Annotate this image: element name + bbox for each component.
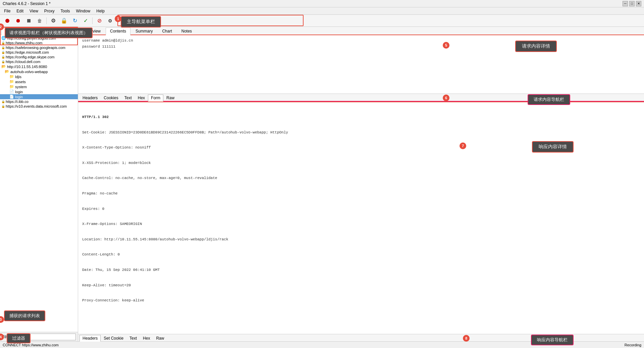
tree-item-label: autohub-volvo-webapp — [10, 70, 48, 74]
list-item-selected[interactable]: 📄 login — [0, 94, 78, 99]
tree-item-label: system — [15, 85, 27, 89]
toolbar-ban-btn[interactable]: ⊘ — [95, 16, 104, 25]
menu-bar: File Edit View Proxy Tools Window Help — [0, 7, 644, 15]
response-header-expires: Expires: 0 — [82, 206, 640, 212]
response-header-pragma: Pragma: no-cache — [82, 191, 640, 197]
lock-icon: 🔒 — [1, 46, 5, 49]
response-header-xxss: X-XSS-Protection: 1; mode=block — [82, 160, 640, 166]
toolbar-start-btn[interactable] — [3, 16, 12, 25]
tab-resp-setcookie[interactable]: Set Cookie — [101, 335, 126, 341]
menu-tools[interactable]: Tools — [58, 8, 73, 14]
main-content: Structure Sequence 2 请求视图导航栏（树状视图和列表视图） … — [0, 27, 644, 341]
window-title: Charles 4.6.2 - Session 1 * — [3, 1, 51, 6]
file-icon: 📄 — [9, 90, 14, 94]
title-bar: Charles 4.6.2 - Session 1 * ─ □ ✕ — [0, 0, 644, 7]
annotation-6-badge: 6 — [443, 95, 449, 101]
list-item[interactable]: 📄 login — [0, 89, 78, 94]
tree-item-label: https://config.edge.skype.com — [6, 55, 55, 59]
list-item[interactable]: 🔒 https://www.zhihu.com — [0, 41, 78, 45]
annotation-1-badge: 1 — [115, 15, 121, 22]
tab-resp-raw[interactable]: Raw — [153, 335, 167, 341]
folder-closed-icon: 📁 — [9, 74, 14, 79]
tab-resp-hex[interactable]: Hex — [140, 335, 153, 341]
toolbar-refresh-btn[interactable]: ↻ — [70, 16, 79, 25]
response-content: HTTP/1.1 302 Set-Cookie: JSESSIONID=23D0… — [78, 102, 644, 334]
response-header-location: Location: http://10.11.55.145:8080/autoh… — [82, 237, 640, 243]
menu-help[interactable]: Help — [94, 8, 107, 14]
list-item[interactable]: 📁 ldjis — [0, 74, 78, 79]
annotation-5-badge: 5 — [443, 42, 449, 49]
tab-hex[interactable]: Hex — [135, 95, 148, 101]
right-panel: Overview Contents Summary Chart Notes us… — [78, 27, 644, 341]
response-tabs: Headers Set Cookie Text Hex Raw 8 响应内容导航… — [78, 334, 644, 341]
list-item[interactable]: 🔒 https://v10.events.data.microsoft.com — [0, 104, 78, 109]
list-item[interactable]: 🔒 https://config.edge.skype.com — [0, 55, 78, 59]
menu-proxy[interactable]: Proxy — [42, 8, 57, 14]
minimize-btn[interactable]: ─ — [623, 1, 628, 6]
annotation-6-tooltip: 请求内容导航栏 — [528, 94, 570, 105]
response-header-keepalive: Keep-Alive: timeout=20 — [82, 283, 640, 289]
list-item[interactable]: 🔒 https://i.ibb.co — [0, 99, 78, 104]
annotation-7-badge: 7 — [460, 142, 466, 149]
menu-window[interactable]: Window — [73, 8, 93, 14]
annotation-3-tooltip: 捕获的请求列表 — [4, 310, 45, 321]
tree-item-label: https://v10.events.data.microsoft.com — [6, 104, 67, 108]
toolbar-sep1 — [46, 17, 47, 24]
toolbar-stop-btn[interactable] — [24, 16, 34, 25]
list-item[interactable]: 📁 system — [0, 84, 78, 89]
annotation-8-badge: 8 — [463, 335, 470, 342]
toolbar-settings-btn[interactable]: ⚙ — [49, 16, 58, 25]
tree-item-label: https://www.zhihu.com — [6, 41, 42, 45]
list-item[interactable]: 📂 autohub-volvo-webapp — [0, 69, 78, 74]
tree-item-label: assets — [15, 80, 26, 84]
tab-cookies[interactable]: Cookies — [101, 95, 121, 101]
tab-text[interactable]: Text — [121, 95, 135, 101]
tab-form[interactable]: Form — [148, 95, 163, 102]
svg-point-0 — [5, 19, 9, 23]
tree-item-label: https://i.ibb.co — [6, 100, 29, 104]
request-content: username admin@ldjis.cn password 111111 — [78, 35, 644, 94]
toolbar-record-btn[interactable]: ⏺ — [13, 16, 23, 25]
folder-icon: 📂 — [5, 69, 9, 74]
tab-contents[interactable]: Contents — [106, 27, 130, 35]
toolbar-ssl-btn[interactable]: 🔒 — [59, 16, 69, 25]
tree-item-label: https://edge.microsoft.com — [6, 50, 49, 54]
response-header-setcookie: Set-Cookie: JSESSIONID=23D0DE61BD89C2314… — [82, 130, 640, 136]
tab-notes[interactable]: Notes — [177, 27, 196, 35]
lock-icon: 🔒 — [1, 100, 5, 103]
menu-file[interactable]: File — [1, 8, 13, 14]
response-header-cc: Cache-Control: no-cache, no-store, max-a… — [82, 175, 640, 181]
toolbar-check-btn[interactable]: ✓ — [81, 16, 90, 25]
tab-resp-text[interactable]: Text — [126, 335, 140, 341]
toolbar: ⏺ 🗑 ⚙ 🔒 ↻ ✓ ⊘ ⚙ 1 主导航菜单栏 — [0, 15, 644, 27]
left-panel: Structure Sequence 2 请求视图导航栏（树状视图和列表视图） … — [0, 27, 78, 341]
request-section: username admin@ldjis.cn password 111111 … — [78, 35, 644, 102]
response-header-date: Date: Thu, 15 Sep 2022 06:41:10 GMT — [82, 267, 640, 273]
close-btn[interactable]: ✕ — [636, 1, 641, 6]
tab-headers[interactable]: Headers — [79, 95, 101, 101]
folder-icon: 📂 — [1, 64, 6, 69]
list-item[interactable]: 🔒 https://safebrowsing.googleapis.com — [0, 45, 78, 50]
response-status: HTTP/1.1 302 — [82, 114, 640, 120]
tab-summary[interactable]: Summary — [131, 27, 157, 35]
status-left: CONNECT https://www.zhihu.com — [3, 343, 59, 347]
menu-view[interactable]: View — [27, 8, 41, 14]
tab-chart[interactable]: Chart — [158, 27, 176, 35]
list-item[interactable]: 🔒 https://edge.microsoft.com — [0, 50, 78, 55]
tab-resp-headers[interactable]: Headers — [79, 335, 101, 342]
tree-list[interactable]: 🌐 http://config.pinyin.sogou.com 🔒 https… — [0, 35, 78, 332]
response-header-xframe: X-Frame-Options: SAMEORIGIN — [82, 221, 640, 227]
tree-item-label-selected: login — [15, 95, 23, 99]
toolbar-clear-btn[interactable]: 🗑 — [35, 16, 44, 25]
tree-item-label: https://cloud.dell.com — [6, 60, 40, 64]
annotation-8-tooltip: 响应内容导航栏 — [531, 335, 574, 345]
list-item[interactable]: 🔒 https://cloud.dell.com — [0, 59, 78, 64]
tab-raw[interactable]: Raw — [163, 95, 177, 101]
list-item[interactable]: 📁 assets — [0, 79, 78, 84]
toolbar-gear-btn[interactable]: ⚙ — [105, 16, 115, 25]
request-tabs: Headers Cookies Text Hex Form Raw 6 请求内容… — [78, 94, 644, 102]
maximize-btn[interactable]: □ — [629, 1, 635, 6]
lock-icon: 🔒 — [1, 51, 5, 54]
menu-edit[interactable]: Edit — [14, 8, 26, 14]
list-item[interactable]: 📂 http://10.11.55.145:8080 — [0, 64, 78, 69]
